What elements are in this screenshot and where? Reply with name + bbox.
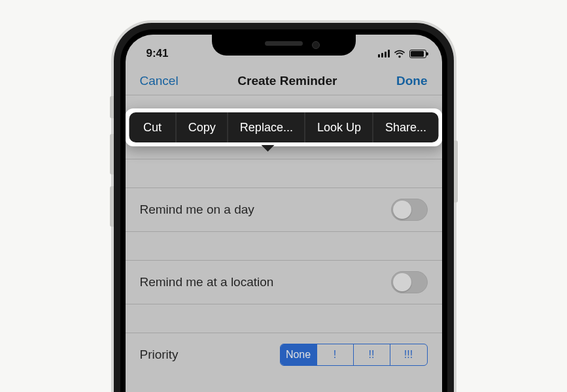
spacer-row bbox=[126, 304, 442, 333]
priority-medium-button[interactable]: !! bbox=[354, 344, 390, 365]
speaker-grille bbox=[265, 41, 303, 46]
spacer-row bbox=[126, 232, 442, 261]
share-button[interactable]: Share... bbox=[373, 112, 438, 142]
priority-none-button[interactable]: None bbox=[281, 344, 317, 365]
notch bbox=[212, 35, 356, 56]
cut-button[interactable]: Cut bbox=[129, 112, 177, 142]
priority-row: Priority None ! !! !!! bbox=[126, 333, 442, 392]
priority-high-button[interactable]: !!! bbox=[390, 344, 427, 365]
cancel-button[interactable]: Cancel bbox=[140, 74, 179, 88]
remind-day-label: Remind me on a day bbox=[140, 203, 254, 217]
cellular-signal-icon bbox=[378, 50, 390, 57]
power-button bbox=[454, 140, 458, 203]
volume-up-button bbox=[110, 134, 114, 174]
remind-day-row[interactable]: Remind me on a day bbox=[126, 188, 442, 232]
status-time: 9:41 bbox=[141, 47, 169, 60]
spacer-row bbox=[126, 159, 442, 188]
volume-down-button bbox=[110, 186, 114, 227]
edit-menu-callout: Cut Copy Replace... Look Up Share... bbox=[126, 108, 442, 146]
callout-arrow-icon bbox=[261, 145, 274, 152]
remind-location-toggle[interactable] bbox=[391, 271, 428, 293]
front-camera-icon bbox=[312, 41, 320, 49]
replace-button[interactable]: Replace... bbox=[228, 112, 305, 142]
nav-bar: Cancel Create Reminder Done bbox=[126, 66, 442, 95]
phone-frame: 9:41 Cancel Create Reminder Done bbox=[114, 23, 454, 392]
done-button[interactable]: Done bbox=[396, 74, 428, 88]
battery-icon bbox=[409, 50, 426, 58]
silence-switch bbox=[110, 96, 114, 118]
priority-label: Priority bbox=[140, 348, 179, 362]
priority-segmented-control[interactable]: None ! !! !!! bbox=[280, 344, 428, 366]
lookup-button[interactable]: Look Up bbox=[305, 112, 373, 142]
copy-button[interactable]: Copy bbox=[177, 112, 228, 142]
remind-location-row[interactable]: Remind me at a location bbox=[126, 261, 442, 304]
priority-low-button[interactable]: ! bbox=[317, 344, 354, 365]
remind-location-label: Remind me at a location bbox=[140, 275, 274, 289]
remind-day-toggle[interactable] bbox=[391, 199, 428, 221]
wifi-icon bbox=[394, 50, 405, 58]
phone-screen: 9:41 Cancel Create Reminder Done bbox=[126, 35, 442, 392]
page-title: Create Reminder bbox=[237, 74, 337, 88]
